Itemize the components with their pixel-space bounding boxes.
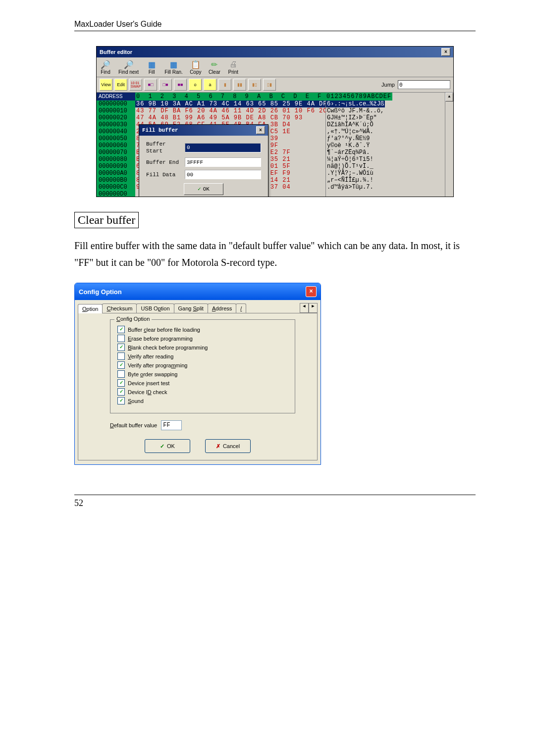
swap-button[interactable]: 10 01SWAP [129, 79, 142, 91]
config-check-row[interactable]: Byte order swapping [117, 370, 288, 378]
buffer-editor-titlebar[interactable]: Buffer editor × [97, 47, 453, 57]
checkbox[interactable] [117, 353, 125, 360]
checkbox[interactable]: ✓ [117, 361, 125, 369]
fill-ran-label: Fill Ran. [164, 69, 183, 75]
page-number: 52 [74, 498, 83, 508]
tab-option[interactable]: Option [78, 304, 103, 313]
tab-nav-right[interactable]: ► [309, 303, 318, 313]
hex-bytes[interactable]: 47 4A 48 B1 99 A6 49 5A 9B DE A8 CB 70 9… [135, 114, 325, 121]
jump-label: Jump [381, 82, 395, 88]
tab-usb-option[interactable]: USB Option [136, 303, 174, 313]
close-icon[interactable]: × [306, 286, 317, 297]
copy-button[interactable]: 📋Copy [190, 59, 202, 75]
config-check-row[interactable]: ✓Verify after programming [117, 361, 288, 369]
word-button[interactable]: □■ [159, 79, 172, 91]
hex-bytes[interactable]: 43 77 DF BA F6 20 4A 46 11 4D 2D 26 01 1… [135, 107, 325, 114]
fill-ok-button[interactable]: ✓OK [184, 183, 223, 195]
buffer-editor-window: Buffer editor × 🔎Find 🔎Find next ▦Fill ▦… [96, 46, 454, 197]
checkbox[interactable] [117, 335, 125, 342]
config-option-dialog: Config Option × Option Checksum USB Opti… [74, 283, 321, 465]
address-cell: 00000060 [97, 142, 135, 149]
x-icon: ✗ [216, 443, 220, 450]
config-check-row[interactable]: ✓Device ID check [117, 388, 288, 396]
config-check-row[interactable]: Erase before programming [117, 335, 288, 342]
jump-input[interactable] [398, 80, 450, 89]
checkbox-label: Erase before programming [128, 336, 193, 342]
tab-address[interactable]: Address [208, 303, 236, 313]
find-button[interactable]: 🔎Find [100, 59, 111, 75]
ok-label: OK [167, 443, 175, 449]
checkbox[interactable]: ✓ [117, 379, 125, 387]
view-button[interactable]: View [100, 79, 112, 91]
split4-button[interactable]: ▯▮ [263, 79, 276, 91]
address-cell: 00000030 [97, 121, 135, 128]
fill-dialog-titlebar[interactable]: Fill buffer × [139, 125, 268, 136]
hex-row[interactable]: 0000002047 4A 48 B1 99 A6 49 5A 9B DE A8… [97, 114, 453, 121]
checkbox[interactable] [117, 370, 125, 378]
fill-data-input[interactable] [185, 170, 261, 179]
config-check-row[interactable]: Verify after reading [117, 353, 288, 360]
config-check-row[interactable]: ✓Sound [117, 397, 288, 404]
body-paragraph: Fill entire buffer with the same data in… [74, 237, 476, 271]
byte-button[interactable]: ■□ [144, 79, 157, 91]
config-check-row[interactable]: ✓Device insert test [117, 379, 288, 387]
address-cell: 00000090 [97, 163, 135, 170]
edit-button[interactable]: Edit [114, 79, 127, 91]
cancel-label: Cancel [223, 443, 240, 449]
checkbox-label: Buffer clear before file loading [128, 327, 200, 333]
split1-button[interactable]: ▮ [218, 79, 231, 91]
print-button[interactable]: 🖨Print [227, 59, 239, 75]
hex-bytes[interactable]: 36 9B 10 3A AC A1 73 4C 14 63 65 85 25 9… [135, 101, 325, 107]
fill-random-button[interactable]: ▦Fill Ran. [164, 59, 183, 75]
check-icon: ✓ [160, 443, 164, 450]
address-column-header: ADDRESS [97, 93, 135, 101]
buffer-start-input[interactable] [185, 143, 261, 152]
tab-usb-label: USB O [141, 305, 158, 311]
config-titlebar[interactable]: Config Option × [75, 283, 321, 300]
close-icon[interactable]: × [256, 126, 265, 134]
close-icon[interactable]: × [441, 48, 450, 56]
split2-button[interactable]: ▮▮ [233, 79, 246, 91]
address-cell: 00000040 [97, 128, 135, 135]
clear-button[interactable]: ✏Clear [209, 59, 220, 75]
checkbox[interactable]: ✓ [117, 344, 125, 351]
binoculars-icon: 🔎 [100, 59, 111, 69]
checkbox[interactable]: ✓ [117, 397, 125, 404]
config-check-row[interactable]: ✓Blank check before programming [117, 344, 288, 351]
config-cancel-button[interactable]: ✗Cancel [205, 439, 251, 453]
default-buffer-input[interactable] [161, 420, 182, 430]
vertical-scrollbar[interactable]: ▲ [445, 93, 453, 197]
ascii-text: .Y¦ŸÅ?;–.WÔïù [325, 170, 374, 177]
find-next-button[interactable]: 🔎Find next [118, 59, 139, 75]
ascii-text: ,«†.™Ú¦c»^WÅ. [325, 128, 374, 135]
checkbox[interactable]: ✓ [117, 326, 125, 333]
toolbar-main: 🔎Find 🔎Find next ▦Fill ▦Fill Ran. 📋Copy … [97, 57, 453, 77]
clear-label: Clear [209, 69, 220, 75]
address-cell: 000000B0 [97, 177, 135, 184]
ascii-text: .d™åÿá>Tüµ.7. [325, 184, 374, 191]
tab-nav-left[interactable]: ◄ [300, 303, 309, 313]
checkbox[interactable]: ✓ [117, 388, 125, 396]
config-ok-button[interactable]: ✓OK [145, 439, 190, 453]
btn-a[interactable]: a [204, 79, 216, 91]
tab-checksum[interactable]: Checksum [102, 303, 137, 313]
checkbox-label: Device ID check [128, 389, 167, 395]
checkbox-label: Verify after programming [128, 362, 187, 368]
btn-o[interactable]: o [189, 79, 202, 91]
dword-button[interactable]: ■■ [174, 79, 187, 91]
split3-button[interactable]: ▮▯ [248, 79, 261, 91]
scroll-up-icon[interactable]: ▲ [445, 93, 453, 101]
ascii-text: ¶`–árZËq¾­Pâ. [325, 149, 371, 156]
hex-column-header: 0 1 2 3 4 5 6 7 8 9 A B C D E F [135, 93, 325, 101]
tab-gang-split[interactable]: Gang Split [174, 303, 208, 313]
fill-button[interactable]: ▦Fill [146, 59, 158, 75]
buffer-end-input[interactable] [185, 157, 261, 167]
address-cell: 000000C0 [97, 184, 135, 191]
ok-label: OK [203, 186, 210, 193]
hex-row[interactable]: 0000000036 9B 10 3A AC A1 73 4C 14 63 65… [97, 101, 453, 107]
hex-row[interactable]: 0000001043 77 DF BA F6 20 4A 46 11 4D 2D… [97, 107, 453, 114]
tab-extra[interactable]: / [236, 303, 246, 313]
hex-area[interactable]: ADDRESS 0 1 2 3 4 5 6 7 8 9 A B C D E F … [97, 93, 453, 197]
config-check-row[interactable]: ✓Buffer clear before file loading [117, 326, 288, 333]
address-cell: 000000D0 [97, 191, 135, 197]
